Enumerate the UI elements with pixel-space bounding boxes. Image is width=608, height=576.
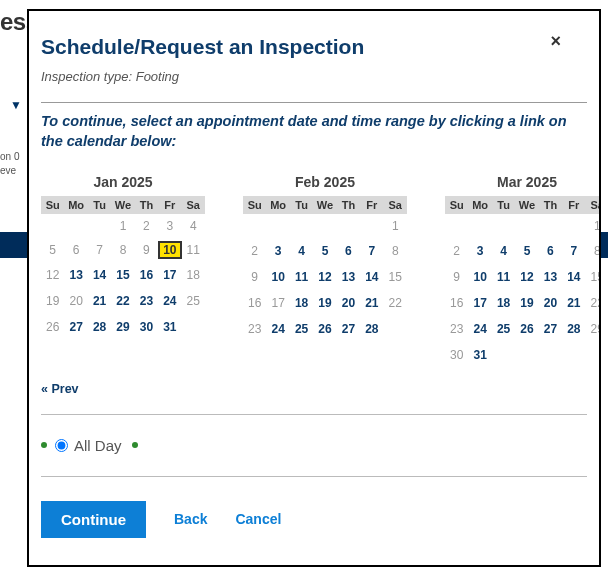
prev-link[interactable]: « Prev xyxy=(41,382,79,396)
calendar-cell[interactable]: 27 xyxy=(64,314,87,340)
calendar-cell[interactable]: 4 xyxy=(290,238,313,264)
calendar-day-link[interactable]: 19 xyxy=(315,295,334,311)
calendar-cell[interactable]: 11 xyxy=(492,264,515,290)
calendar-day-link[interactable]: 13 xyxy=(541,269,560,285)
calendar-cell[interactable]: 20 xyxy=(539,290,562,316)
calendar-day-link[interactable]: 10 xyxy=(470,269,489,285)
calendar-day-link[interactable]: 17 xyxy=(470,295,489,311)
calendar-day-link[interactable]: 20 xyxy=(339,295,358,311)
cancel-button[interactable]: Cancel xyxy=(235,511,281,527)
calendar-cell[interactable]: 26 xyxy=(313,316,336,342)
calendar-day-link[interactable]: 26 xyxy=(315,321,334,337)
calendar-cell[interactable]: 13 xyxy=(539,264,562,290)
calendar-cell[interactable]: 31 xyxy=(158,314,181,340)
calendar-day-link[interactable]: 15 xyxy=(113,267,132,283)
calendar-day-link[interactable]: 23 xyxy=(137,293,156,309)
calendar-day-link[interactable]: 22 xyxy=(113,293,132,309)
calendar-day-link[interactable]: 24 xyxy=(470,321,489,337)
calendar-cell[interactable]: 7 xyxy=(562,238,585,264)
calendar-day-link[interactable]: 21 xyxy=(90,293,109,309)
calendar-cell[interactable]: 14 xyxy=(562,264,585,290)
calendar-cell[interactable]: 23 xyxy=(135,288,158,314)
calendar-day-link[interactable]: 21 xyxy=(564,295,583,311)
calendar-cell[interactable]: 30 xyxy=(135,314,158,340)
calendar-day-link[interactable]: 5 xyxy=(521,243,534,259)
calendar-cell[interactable]: 10 xyxy=(266,264,289,290)
calendar-cell[interactable]: 25 xyxy=(492,316,515,342)
calendar-day-link[interactable]: 3 xyxy=(474,243,487,259)
calendar-cell[interactable]: 18 xyxy=(492,290,515,316)
calendar-day-link[interactable]: 25 xyxy=(494,321,513,337)
calendar-cell[interactable]: 26 xyxy=(515,316,538,342)
calendar-cell[interactable]: 28 xyxy=(88,314,111,340)
calendar-day-link[interactable]: 4 xyxy=(497,243,510,259)
calendar-cell[interactable]: 16 xyxy=(135,262,158,288)
calendar-day-link[interactable]: 5 xyxy=(319,243,332,259)
calendar-cell[interactable]: 15 xyxy=(111,262,134,288)
calendar-cell[interactable]: 13 xyxy=(64,262,87,288)
calendar-cell[interactable]: 28 xyxy=(360,316,383,342)
calendar-day-link[interactable]: 3 xyxy=(272,243,285,259)
calendar-cell[interactable]: 3 xyxy=(468,238,491,264)
dropdown-arrow-icon[interactable]: ▼ xyxy=(10,98,22,112)
calendar-cell[interactable]: 31 xyxy=(468,342,491,368)
calendar-day-link[interactable]: 18 xyxy=(292,295,311,311)
calendar-cell[interactable]: 6 xyxy=(337,238,360,264)
back-button[interactable]: Back xyxy=(174,511,207,527)
calendar-cell[interactable]: 21 xyxy=(562,290,585,316)
calendar-cell[interactable]: 5 xyxy=(313,238,336,264)
calendar-day-link[interactable]: 7 xyxy=(365,243,378,259)
calendar-cell[interactable]: 11 xyxy=(290,264,313,290)
calendar-day-link[interactable]: 14 xyxy=(362,269,381,285)
calendar-day-link[interactable]: 31 xyxy=(160,319,179,335)
calendar-cell[interactable]: 24 xyxy=(158,288,181,314)
calendar-day-link[interactable]: 13 xyxy=(66,267,85,283)
calendar-cell[interactable]: 20 xyxy=(337,290,360,316)
calendar-day-link[interactable]: 4 xyxy=(295,243,308,259)
calendar-cell[interactable]: 4 xyxy=(492,238,515,264)
calendar-cell[interactable]: 14 xyxy=(88,262,111,288)
calendar-day-link[interactable]: 7 xyxy=(567,243,580,259)
calendar-day-link[interactable]: 27 xyxy=(541,321,560,337)
calendar-day-link[interactable]: 16 xyxy=(137,267,156,283)
calendar-cell[interactable]: 27 xyxy=(539,316,562,342)
calendar-cell[interactable]: 10 xyxy=(468,264,491,290)
calendar-day-link[interactable]: 17 xyxy=(160,267,179,283)
calendar-cell[interactable]: 13 xyxy=(337,264,360,290)
calendar-day-today[interactable]: 10 xyxy=(158,241,181,259)
continue-button[interactable]: Continue xyxy=(41,501,146,538)
calendar-day-link[interactable]: 20 xyxy=(541,295,560,311)
calendar-cell[interactable]: 28 xyxy=(562,316,585,342)
calendar-day-link[interactable]: 21 xyxy=(362,295,381,311)
calendar-cell[interactable]: 21 xyxy=(88,288,111,314)
calendar-day-link[interactable]: 28 xyxy=(564,321,583,337)
calendar-day-link[interactable]: 27 xyxy=(339,321,358,337)
calendar-cell[interactable]: 12 xyxy=(515,264,538,290)
calendar-cell[interactable]: 10 xyxy=(158,238,181,262)
calendar-cell[interactable]: 27 xyxy=(337,316,360,342)
close-icon[interactable]: × xyxy=(550,31,561,52)
calendar-day-link[interactable]: 12 xyxy=(315,269,334,285)
calendar-cell[interactable]: 22 xyxy=(111,288,134,314)
calendar-day-link[interactable]: 13 xyxy=(339,269,358,285)
calendar-cell[interactable]: 17 xyxy=(468,290,491,316)
calendar-day-link[interactable]: 14 xyxy=(90,267,109,283)
calendar-cell[interactable]: 19 xyxy=(515,290,538,316)
calendar-day-link[interactable]: 11 xyxy=(494,269,513,285)
calendar-cell[interactable]: 7 xyxy=(360,238,383,264)
allday-radio[interactable] xyxy=(55,439,68,452)
calendar-day-link[interactable]: 25 xyxy=(292,321,311,337)
calendar-cell[interactable]: 6 xyxy=(539,238,562,264)
calendar-cell[interactable]: 12 xyxy=(313,264,336,290)
calendar-day-link[interactable]: 10 xyxy=(268,269,287,285)
calendar-cell[interactable]: 19 xyxy=(313,290,336,316)
calendar-cell[interactable]: 17 xyxy=(158,262,181,288)
calendar-day-link[interactable]: 6 xyxy=(342,243,355,259)
calendar-cell[interactable]: 3 xyxy=(266,238,289,264)
calendar-day-link[interactable]: 28 xyxy=(90,319,109,335)
calendar-day-link[interactable]: 26 xyxy=(517,321,536,337)
calendar-cell[interactable]: 14 xyxy=(360,264,383,290)
calendar-cell[interactable]: 24 xyxy=(266,316,289,342)
calendar-day-link[interactable]: 27 xyxy=(66,319,85,335)
calendar-day-link[interactable]: 12 xyxy=(517,269,536,285)
